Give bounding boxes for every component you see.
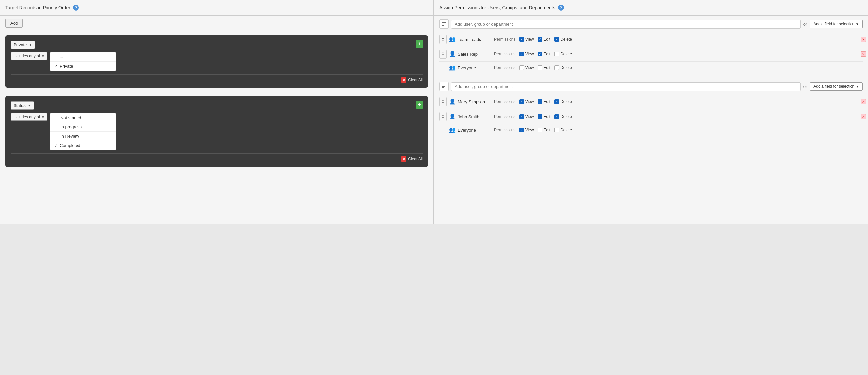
edit-checkbox-everyone-2[interactable] (537, 128, 542, 133)
perm-group-everyone-2: View Edit Delete (519, 128, 576, 133)
field-dropdown-2-arrow: ▼ (28, 104, 31, 107)
add-field-btn-2[interactable]: Add a field for selection ▼ (810, 82, 863, 91)
user-sort-btn-john[interactable]: ▲ ▼ (439, 112, 446, 121)
perm-view-team-leads: View (519, 37, 534, 41)
rule-2-item-4[interactable]: Completed (51, 141, 116, 150)
delete-checkbox-everyone-2[interactable] (554, 128, 559, 133)
edit-checkbox-everyone-1[interactable] (537, 65, 542, 70)
delete-label-team-leads: Delete (560, 37, 572, 41)
sort-down-mary: ▼ (442, 102, 444, 104)
rule-1-includes-dropdown[interactable]: includes any of ▼ (10, 52, 48, 60)
sort-down-john: ▼ (442, 117, 444, 119)
svg-rect-0 (442, 23, 446, 23)
delete-label-john: Delete (560, 114, 572, 119)
svg-rect-4 (442, 86, 444, 87)
rule-block-1: Private ▼ + includes any of ▼ -- Private (5, 35, 428, 88)
user-name-sales-rep: Sales Rep (458, 52, 494, 57)
add-field-btn-1[interactable]: Add a field for selection ▼ (810, 20, 863, 28)
perm-edit-mary: Edit (537, 99, 550, 104)
sort-down-team-leads: ▼ (442, 39, 444, 42)
rule-2-includes-dropdown[interactable]: includes any of ▼ (10, 113, 48, 121)
perm-delete-sales-rep: Delete (554, 52, 572, 56)
perm-delete-team-leads: Delete (554, 37, 572, 41)
delete-checkbox-sales-rep[interactable] (554, 52, 559, 56)
svg-rect-3 (442, 85, 446, 86)
add-user-row-2: or Add a field for selection ▼ (439, 82, 863, 91)
right-help-icon[interactable]: ? (558, 5, 564, 10)
rule-2-clear-all-btn[interactable]: ✕ Clear All (401, 156, 423, 162)
rule-1-plus-btn[interactable]: + (415, 40, 424, 48)
delete-checkbox-mary[interactable] (554, 99, 559, 104)
right-header: Assign Permissions for Users, Groups, an… (434, 0, 868, 16)
delete-checkbox-team-leads[interactable] (554, 37, 559, 41)
sort-icon-2 (441, 84, 446, 89)
perm-edit-john: Edit (537, 114, 550, 119)
permission-row-john: ▲ ▼ 👤 John Smith Permissions: View Edit (439, 109, 863, 124)
delete-checkbox-everyone-1[interactable] (554, 65, 559, 70)
sort-icon-btn-2[interactable] (439, 82, 448, 91)
delete-btn-team-leads[interactable]: ✕ (861, 37, 866, 42)
delete-checkbox-john[interactable] (554, 114, 559, 119)
group-icon-everyone-2: 👥 (449, 127, 456, 133)
view-label-everyone-1: View (525, 65, 534, 70)
svg-rect-2 (442, 25, 443, 26)
add-user-input-2[interactable] (451, 82, 801, 91)
permission-row-sales-rep: ▲ ▼ 👤 Sales Rep Permissions: View Edit (439, 47, 863, 62)
view-label-everyone-2: View (525, 128, 534, 133)
add-field-btn-2-arrow: ▼ (856, 85, 859, 88)
add-user-input-1[interactable] (451, 20, 801, 29)
view-label-sales-rep: View (525, 52, 534, 56)
perm-group-team-leads: View Edit Delete (519, 37, 576, 41)
permission-row-everyone-1: 👥 Everyone Permissions: View Edit Delete (439, 62, 863, 74)
delete-btn-john[interactable]: ✕ (861, 114, 866, 119)
rule-section-1: Private ▼ + includes any of ▼ -- Private (0, 31, 433, 92)
perm-label-mary: Permissions: (494, 99, 517, 104)
rule-1-includes-label: includes any of (13, 54, 40, 58)
view-checkbox-mary[interactable] (519, 99, 524, 104)
right-panel-title: Assign Permissions for Users, Groups, an… (439, 5, 555, 10)
edit-checkbox-team-leads[interactable] (537, 37, 542, 41)
view-checkbox-john[interactable] (519, 114, 524, 119)
rule-2-item-2[interactable]: In progress (51, 122, 116, 132)
sort-icon-btn-1[interactable] (439, 20, 448, 29)
rule-1-clear-all-btn[interactable]: ✕ Clear All (401, 77, 423, 83)
left-help-icon[interactable]: ? (73, 5, 79, 10)
permission-row-team-leads: ▲ ▼ 👥 Team Leads Permissions: View Edit (439, 32, 863, 47)
rule-2-item-1[interactable]: Not started (51, 113, 116, 122)
rule-2-plus-btn[interactable]: + (415, 101, 424, 109)
rule-1-clear-icon: ✕ (401, 77, 406, 83)
perm-group-everyone-1: View Edit Delete (519, 65, 576, 70)
perm-delete-everyone-2: Delete (554, 128, 572, 133)
edit-checkbox-mary[interactable] (537, 99, 542, 104)
user-name-mary: Mary Simpson (458, 99, 494, 104)
add-rule-button[interactable]: Add (5, 19, 23, 28)
user-sort-btn-team-leads[interactable]: ▲ ▼ (439, 35, 446, 44)
user-sort-btn-sales-rep[interactable]: ▲ ▼ (439, 50, 446, 59)
right-panel: Assign Permissions for Users, Groups, an… (434, 0, 868, 225)
field-dropdown-2[interactable]: Status ▼ (10, 102, 34, 110)
field-dropdown-1[interactable]: Private ▼ (10, 40, 35, 49)
user-sort-btn-mary[interactable]: ▲ ▼ (439, 97, 446, 106)
rule-section-2: Status ▼ + includes any of ▼ Not started… (0, 92, 433, 171)
or-text-1: or (803, 22, 807, 27)
add-field-btn-1-arrow: ▼ (856, 23, 859, 26)
rule-2-item-3[interactable]: In Review (51, 132, 116, 141)
or-text-2: or (803, 84, 807, 89)
view-checkbox-everyone-1[interactable] (519, 65, 524, 70)
edit-label-team-leads: Edit (544, 37, 550, 41)
delete-btn-sales-rep[interactable]: ✕ (861, 52, 866, 57)
view-checkbox-sales-rep[interactable] (519, 52, 524, 56)
rule-1-filter-row: includes any of ▼ -- Private (10, 52, 423, 71)
rule-1-item-2[interactable]: Private (51, 62, 116, 70)
edit-checkbox-john[interactable] (537, 114, 542, 119)
view-checkbox-team-leads[interactable] (519, 37, 524, 41)
rule-2-includes-label: includes any of (13, 115, 40, 119)
rule-1-item-1[interactable]: -- (51, 53, 116, 62)
delete-label-mary: Delete (560, 99, 572, 104)
field-dropdown-1-arrow: ▼ (29, 43, 32, 47)
edit-checkbox-sales-rep[interactable] (537, 52, 542, 56)
view-checkbox-everyone-2[interactable] (519, 128, 524, 133)
person-icon-john: 👤 (449, 113, 456, 120)
delete-btn-mary[interactable]: ✕ (861, 99, 866, 104)
rule-block-2: Status ▼ + includes any of ▼ Not started… (5, 96, 428, 167)
